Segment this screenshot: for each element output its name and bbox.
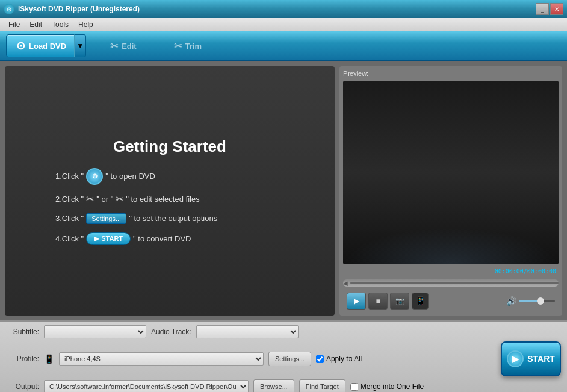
preview-seekbar[interactable] [343, 279, 559, 287]
trim-label: Trim [185, 42, 202, 51]
step4-end: " to convert DVD [133, 234, 191, 243]
volume-icon: 🔊 [506, 296, 516, 306]
step2-mid: " or " [96, 194, 113, 204]
load-dvd-dropdown-arrow[interactable]: ▼ [74, 34, 86, 57]
edit-button[interactable]: ✂ Edit [101, 34, 146, 57]
menu-bar: File Edit Tools Help [0, 18, 567, 31]
step3-end: " to set the output options [129, 214, 217, 223]
load-dvd-button[interactable]: ⊙ Load DVD [6, 34, 76, 57]
step3-text: 3.Click " [55, 214, 84, 223]
audio-track-label: Audio Track: [151, 328, 191, 336]
preview-label: Preview: [343, 70, 559, 77]
minimize-button[interactable]: _ [536, 3, 549, 15]
browse-button[interactable]: Browse... [253, 379, 294, 392]
step2-end: " to edit selected files [126, 194, 199, 204]
preview-buttons: ▶ ■ 📷 📱 [347, 293, 429, 310]
menu-help[interactable]: Help [73, 19, 98, 30]
step1-text: 1.Click " [55, 172, 84, 181]
step2-scissors2-icon: ✂ [116, 193, 123, 205]
close-button[interactable]: ✕ [550, 3, 563, 15]
edit-label: Edit [122, 42, 137, 51]
app-icon: ⊙ [4, 4, 14, 14]
output-label: Output: [6, 382, 39, 391]
getting-started-steps: 1.Click " ⊙ " to open DVD 2.Click " ✂ " … [55, 168, 284, 245]
apply-to-all-checkbox[interactable] [316, 355, 324, 363]
settings-button[interactable]: Settings... [268, 352, 311, 366]
play-button[interactable]: ▶ [347, 293, 366, 310]
merge-checkbox[interactable] [350, 383, 358, 391]
start-play-icon: ▶ [507, 350, 524, 367]
output-select[interactable]: C:\Users\software.informer\Documents\iSk… [44, 380, 249, 392]
menu-tools[interactable]: Tools [47, 19, 73, 30]
phone-device-icon: 📱 [412, 293, 429, 310]
window-controls: _ ✕ [536, 3, 563, 15]
step4-text: 4.Click " [55, 234, 84, 243]
step3-settings-button[interactable]: Settings... [86, 213, 126, 224]
merge-label: Merge into One File [361, 382, 424, 391]
profile-select[interactable]: iPhone 4,4S [59, 352, 264, 366]
audio-track-select[interactable] [196, 325, 299, 338]
step-3: 3.Click " Settings... " to set the outpu… [55, 213, 284, 224]
step-1: 1.Click " ⊙ " to open DVD [55, 168, 284, 185]
profile-label: Profile: [6, 355, 39, 363]
title-bar: ⊙ iSkysoft DVD Ripper (Unregistered) _ ✕ [0, 0, 567, 18]
subtitle-audio-row: Subtitle: Audio Track: [6, 325, 561, 338]
output-row: Output: C:\Users\software.informer\Docum… [6, 379, 561, 392]
preview-screen [343, 81, 559, 264]
merge-area: Merge into One File [350, 382, 424, 391]
getting-started-title: Getting Started [113, 137, 226, 156]
subtitle-label: Subtitle: [6, 328, 39, 336]
subtitle-select[interactable] [44, 325, 146, 338]
apply-to-all-label: Apply to All [326, 355, 362, 363]
volume-slider[interactable] [519, 300, 555, 302]
preview-panel: Preview: 00:00:00/00:00:00 ▶ ■ 📷 📱 🔊 [339, 66, 562, 316]
screenshot-button[interactable]: 📷 [390, 293, 409, 310]
stop-button[interactable]: ■ [368, 293, 388, 310]
step2-scissors1-icon: ✂ [86, 193, 94, 205]
step2-text: 2.Click " [55, 194, 84, 204]
find-target-button[interactable]: Find Target [299, 379, 345, 392]
title-bar-left: ⊙ iSkysoft DVD Ripper (Unregistered) [4, 4, 140, 14]
app-title: iSkysoft DVD Ripper (Unregistered) [18, 5, 140, 13]
main-content: Getting Started 1.Click " ⊙ " to open DV… [0, 61, 567, 320]
toolbar: ⊙ Load DVD ▼ ✂ Edit ✂ Trim [0, 31, 567, 61]
trim-button[interactable]: ✂ Trim [164, 34, 211, 57]
step1-end: " to open DVD [105, 172, 155, 181]
profile-device-icon: 📱 [44, 354, 54, 364]
start-button-big[interactable]: ▶ START [501, 341, 561, 376]
start-label: START [527, 354, 555, 364]
volume-area: 🔊 [506, 296, 555, 306]
bottom-controls: Subtitle: Audio Track: Profile: 📱 iPhone… [0, 320, 567, 392]
step-2: 2.Click " ✂ " or " ✂ " to edit selected … [55, 193, 284, 205]
preview-controls: ▶ ■ 📷 📱 🔊 [343, 290, 559, 312]
step4-play-icon: ▶ [94, 235, 99, 243]
step1-open-dvd-icon: ⊙ [86, 168, 103, 185]
menu-file[interactable]: File [4, 19, 25, 30]
step-4: 4.Click " ▶ START " to convert DVD [55, 232, 284, 245]
menu-edit[interactable]: Edit [25, 19, 47, 30]
profile-row: Profile: 📱 iPhone 4,4S Settings... Apply… [6, 341, 561, 376]
seekbar-track [350, 282, 559, 284]
load-dvd-label: Load DVD [29, 42, 66, 51]
step4-start-button[interactable]: ▶ START [86, 232, 131, 245]
preview-time: 00:00:00/00:00:00 [343, 267, 559, 276]
main-viewer: Getting Started 1.Click " ⊙ " to open DV… [5, 66, 335, 316]
apply-to-all-area: Apply to All [316, 355, 362, 363]
